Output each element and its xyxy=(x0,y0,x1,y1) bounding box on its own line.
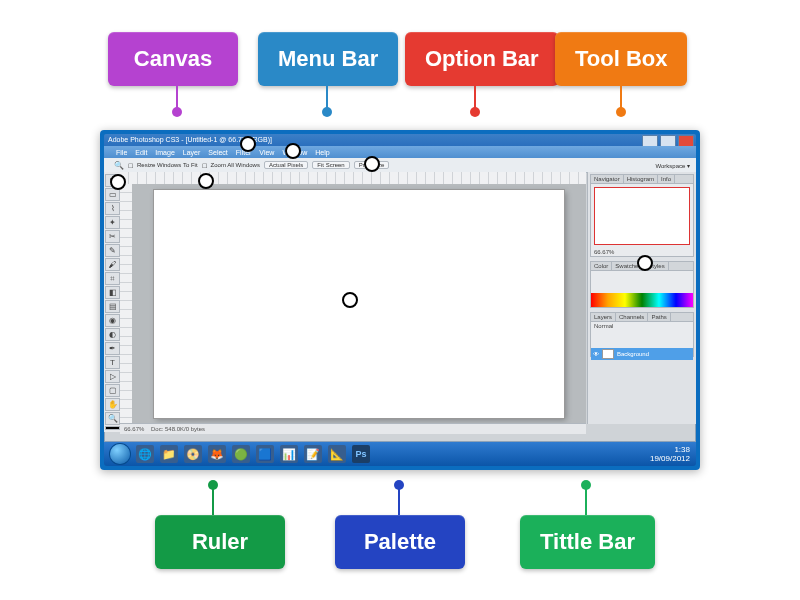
workspace-menu[interactable]: Workspace ▾ xyxy=(655,162,690,169)
zoom-tool-icon[interactable]: 🔍 xyxy=(105,412,120,425)
taskbar-clock[interactable]: 1:38 19/09/2012 xyxy=(650,445,690,463)
histogram-tab[interactable]: Histogram xyxy=(624,175,658,183)
label-tool-box[interactable]: Tool Box xyxy=(555,32,687,86)
pen-tool-icon[interactable]: ✒ xyxy=(105,342,120,355)
visibility-icon[interactable]: 👁 xyxy=(593,351,599,357)
layers-body: Normal 👁 Background xyxy=(591,322,693,356)
label-text: Palette xyxy=(364,529,436,554)
target-marker[interactable] xyxy=(637,255,653,271)
taskbar-firefox-icon[interactable]: 🦊 xyxy=(208,445,226,463)
brush-tool-icon[interactable]: 🖌 xyxy=(105,258,120,271)
label-canvas[interactable]: Canvas xyxy=(108,32,238,86)
menu-item[interactable]: Select xyxy=(208,149,227,156)
menu-item[interactable]: File xyxy=(116,149,127,156)
label-text: Option Bar xyxy=(425,46,539,71)
label-palette[interactable]: Palette xyxy=(335,515,465,569)
target-marker[interactable] xyxy=(285,143,301,159)
label-text: Ruler xyxy=(192,529,248,554)
color-sliders[interactable] xyxy=(591,271,693,293)
hand-tool-icon[interactable]: ✋ xyxy=(105,398,120,411)
eraser-tool-icon[interactable]: ◧ xyxy=(105,286,120,299)
menu-item[interactable]: View xyxy=(259,149,274,156)
label-text: Tool Box xyxy=(575,46,667,71)
connector-option-bar xyxy=(474,84,476,112)
taskbar-explorer-icon[interactable]: 📁 xyxy=(160,445,178,463)
dodge-tool-icon[interactable]: ◐ xyxy=(105,328,120,341)
taskbar-skype-icon[interactable]: 🟦 xyxy=(256,445,274,463)
target-marker[interactable] xyxy=(240,136,256,152)
blur-tool-icon[interactable]: ◉ xyxy=(105,314,120,327)
app-title-bar[interactable]: Adobe Photoshop CS3 - [Untitled-1 @ 66.7… xyxy=(104,134,696,146)
type-tool-icon[interactable]: T xyxy=(105,356,120,369)
palette-panels: Navigator Histogram Info 66.67% Color Sw… xyxy=(587,172,696,424)
wand-tool-icon[interactable]: ✦ xyxy=(105,216,120,229)
connector-palette xyxy=(398,485,400,515)
option-zoom-all[interactable]: Zoom All Windows xyxy=(211,162,260,168)
taskbar-ie-icon[interactable]: 🌐 xyxy=(136,445,154,463)
clock-time: 1:38 xyxy=(650,445,690,454)
paths-tab[interactable]: Paths xyxy=(648,313,670,321)
label-menu-bar[interactable]: Menu Bar xyxy=(258,32,398,86)
layer-row[interactable]: 👁 Background xyxy=(591,348,693,360)
color-swatch-icon[interactable] xyxy=(105,426,120,430)
label-title-bar[interactable]: Tittle Bar xyxy=(520,515,655,569)
layers-tab[interactable]: Layers xyxy=(591,313,616,321)
target-marker[interactable] xyxy=(342,292,358,308)
lasso-tool-icon[interactable]: ⌇ xyxy=(105,202,120,215)
status-bar: 66.67% Doc: 548.0K/0 bytes xyxy=(120,423,586,434)
menu-item[interactable]: Edit xyxy=(135,149,147,156)
navigator-panel[interactable]: Navigator Histogram Info 66.67% xyxy=(590,174,694,257)
menu-item[interactable]: Layer xyxy=(183,149,201,156)
zoom-tool-icon[interactable]: 🔍 xyxy=(114,161,124,170)
fit-screen-button[interactable]: Fit Screen xyxy=(312,161,349,169)
color-tab[interactable]: Color xyxy=(591,262,612,270)
connector-menu-bar xyxy=(326,84,328,112)
status-doc: Doc: 548.0K/0 bytes xyxy=(151,426,205,432)
menu-item[interactable]: Image xyxy=(155,149,174,156)
taskbar[interactable]: 🌐 📁 📀 🦊 🟢 🟦 📊 📝 📐 Ps 1:38 19/09/2012 xyxy=(104,442,696,466)
eyedropper-tool-icon[interactable]: ✎ xyxy=(105,244,120,257)
target-marker[interactable] xyxy=(110,174,126,190)
target-marker[interactable] xyxy=(198,173,214,189)
canvas[interactable] xyxy=(154,190,564,418)
app-window: File Edit Image Layer Select Filter View… xyxy=(104,146,696,442)
layers-panel[interactable]: Layers Channels Paths Normal 👁 Backgroun… xyxy=(590,312,694,357)
crop-tool-icon[interactable]: ✂ xyxy=(105,230,120,243)
start-button[interactable] xyxy=(110,444,130,464)
layer-thumb xyxy=(602,349,614,359)
actual-pixels-button[interactable]: Actual Pixels xyxy=(264,161,308,169)
gradient-tool-icon[interactable]: ▤ xyxy=(105,300,120,313)
navigator-tab[interactable]: Navigator xyxy=(591,175,624,183)
taskbar-word-icon[interactable]: 📝 xyxy=(304,445,322,463)
connector-tool-box xyxy=(620,84,622,112)
shape-tool-icon[interactable]: ▢ xyxy=(105,384,120,397)
target-marker[interactable] xyxy=(364,156,380,172)
taskbar-chrome-icon[interactable]: 🟢 xyxy=(232,445,250,463)
taskbar-excel-icon[interactable]: 📊 xyxy=(280,445,298,463)
label-text: Canvas xyxy=(134,46,212,71)
connector-title-bar xyxy=(585,485,587,515)
taskbar-media-icon[interactable]: 📀 xyxy=(184,445,202,463)
color-ramp[interactable] xyxy=(591,293,693,307)
canvas-area xyxy=(132,184,586,424)
label-option-bar[interactable]: Option Bar xyxy=(405,32,559,86)
taskbar-photoshop-icon[interactable]: Ps xyxy=(352,445,370,463)
connector-ruler xyxy=(212,485,214,515)
connector-canvas xyxy=(176,84,178,112)
blend-mode[interactable]: Normal xyxy=(591,322,693,330)
label-ruler[interactable]: Ruler xyxy=(155,515,285,569)
label-text: Tittle Bar xyxy=(540,529,635,554)
channels-tab[interactable]: Channels xyxy=(616,313,648,321)
taskbar-app-icon[interactable]: 📐 xyxy=(328,445,346,463)
clock-date: 19/09/2012 xyxy=(650,454,690,463)
option-bar[interactable]: 🔍 ☐Resize Windows To Fit ☐Zoom All Windo… xyxy=(104,158,696,173)
path-tool-icon[interactable]: ▷ xyxy=(105,370,120,383)
option-resize[interactable]: Resize Windows To Fit xyxy=(137,162,198,168)
stamp-tool-icon[interactable]: ⌗ xyxy=(105,272,120,285)
navigator-preview[interactable] xyxy=(594,187,690,245)
layer-name: Background xyxy=(617,351,649,357)
menu-item[interactable]: Help xyxy=(315,149,329,156)
label-text: Menu Bar xyxy=(278,46,378,71)
status-zoom: 66.67% xyxy=(124,426,144,432)
info-tab[interactable]: Info xyxy=(658,175,675,183)
